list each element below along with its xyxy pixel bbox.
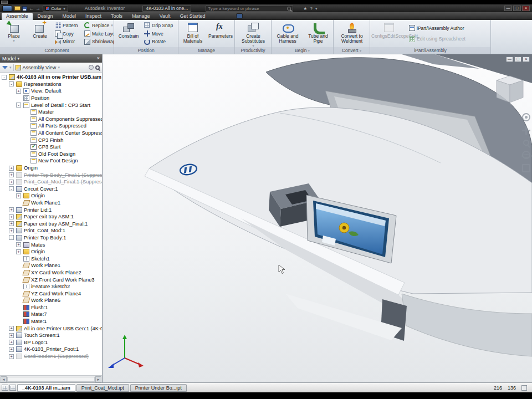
group-label-component[interactable]: Component — [0, 47, 114, 54]
create-substitutes-button[interactable]: Create Substitutes ▾ — [236, 21, 270, 47]
orbit-icon[interactable] — [522, 151, 530, 159]
close-button[interactable]: × — [522, 6, 530, 11]
rotate-button[interactable]: Rotate — [142, 38, 177, 45]
tree-item[interactable]: Touch Screen:1 — [0, 332, 102, 339]
tile-views-icon[interactable] — [2, 385, 8, 391]
favorites-icon[interactable]: ★ — [303, 6, 307, 11]
scrollbar-track[interactable] — [7, 377, 95, 382]
application-menu-button[interactable] — [2, 6, 12, 12]
tree-item[interactable]: Flush:1 — [0, 304, 102, 311]
mirror-button[interactable]: Mirror — [53, 38, 82, 45]
tree-item[interactable]: Paper exit tray ASM_Final:1 — [0, 220, 102, 227]
ribbon-tab[interactable]: Vault — [155, 13, 175, 20]
pattern-button[interactable]: Pattern — [53, 22, 82, 29]
chevron-down-icon[interactable]: ▾ — [18, 57, 20, 60]
group-label-productivity[interactable]: Productivity — [235, 47, 271, 54]
doc-close-button[interactable]: × — [523, 57, 530, 62]
tree-item[interactable]: 4K-0103_Printer_Foot:1 — [0, 346, 102, 353]
zoom-icon[interactable] — [523, 140, 529, 146]
expand-toggle-icon[interactable] — [9, 214, 14, 219]
tree-item[interactable]: Level of Detail : CP3 Start — [0, 101, 102, 109]
move-button[interactable]: Move — [142, 30, 177, 38]
expand-toggle-icon[interactable] — [9, 347, 14, 352]
scroll-left-icon[interactable]: ◂ — [1, 376, 7, 382]
expand-toggle-icon[interactable] — [9, 228, 14, 233]
tree-item[interactable]: 4K-0103 All in one Printer USB.iam (C — [0, 74, 102, 81]
expand-toggle-icon[interactable] — [16, 193, 21, 198]
navigation-wheel-icon[interactable] — [522, 113, 530, 121]
status-grid-icon[interactable] — [521, 385, 527, 391]
tree-item[interactable]: Printer Top Body:1 — [0, 234, 102, 242]
ribbon-tab[interactable]: Tools — [106, 13, 127, 20]
browser-horizontal-scrollbar[interactable]: ◂ ▸ — [0, 375, 102, 382]
parameters-button[interactable]: Parameters — [207, 21, 234, 47]
doc-minimize-button[interactable]: — — [506, 57, 513, 62]
expand-toggle-icon[interactable] — [16, 103, 21, 108]
tree-item[interactable]: Mates — [0, 241, 102, 248]
create-button[interactable]: Create — [27, 21, 53, 47]
copy-button[interactable]: Copy — [53, 30, 82, 38]
ribbon-tab[interactable]: Get Started — [175, 13, 209, 20]
pan-icon[interactable] — [522, 126, 530, 135]
minimize-button[interactable]: — — [504, 6, 512, 11]
expand-toggle-icon[interactable] — [9, 340, 14, 345]
ribbon-tab[interactable]: Assemble — [2, 13, 33, 20]
redo-icon[interactable]: → — [35, 6, 40, 11]
tree-item[interactable]: Master — [0, 109, 102, 116]
chevron-down-icon[interactable]: ▾ — [58, 65, 60, 69]
document-tab[interactable]: _4K-0103 All in...iam — [17, 384, 75, 392]
tree-item[interactable]: YZ Card Work Plane4 — [0, 290, 102, 297]
group-label-manage[interactable]: Manage — [178, 47, 234, 54]
tree-item[interactable]: iFeature Sketch2 — [0, 283, 102, 290]
tree-item[interactable]: All Parts Suppressed — [0, 122, 102, 130]
expand-toggle-icon[interactable] — [9, 81, 14, 86]
expand-toggle-icon[interactable] — [9, 186, 14, 191]
expand-toggle-icon[interactable] — [9, 172, 14, 177]
make-layout-button[interactable]: Make Layout — [83, 30, 114, 38]
grip-snap-button[interactable]: Grip Snap — [142, 22, 177, 29]
model-canvas[interactable] — [103, 54, 532, 382]
tab-options-icon[interactable] — [236, 13, 243, 19]
ribbon-tab[interactable]: Model — [58, 13, 81, 20]
pin-icon[interactable] — [89, 65, 94, 70]
ipart-iassembly-author-button[interactable]: iPart/iAssembly Author — [407, 24, 488, 32]
tree-item[interactable]: Circuit Cover:1 — [0, 186, 102, 193]
group-label-ipart-iassembly[interactable]: iPart/iAssembly — [370, 47, 490, 54]
ribbon-tab[interactable]: Manage — [127, 13, 155, 20]
help-icon[interactable]: ? — [310, 6, 312, 11]
ribbon-tab[interactable]: Design — [33, 13, 58, 20]
view-cube[interactable] — [497, 76, 523, 103]
constrain-button[interactable]: Constrain — [115, 21, 142, 47]
chevron-down-icon[interactable]: ▾ — [9, 65, 12, 69]
group-label-position[interactable]: Position — [114, 47, 178, 54]
close-icon[interactable]: × — [97, 56, 100, 61]
graphics-viewport[interactable]: — □ × — [103, 54, 532, 382]
group-label-begin[interactable]: Begin▾ — [272, 47, 333, 54]
restore-button[interactable]: □ — [513, 6, 521, 11]
tree-item[interactable]: Paper exit tray ASM:1 — [0, 213, 102, 221]
tree-item[interactable]: Work Plane5 — [0, 297, 102, 304]
expand-toggle-icon[interactable] — [9, 180, 14, 185]
search-icon[interactable] — [287, 7, 291, 11]
replace-button[interactable]: Replace▾ — [83, 22, 114, 29]
expand-toggle-icon[interactable] — [9, 235, 14, 240]
tree-item[interactable]: CardReader:1 (Suppressed) — [0, 353, 102, 360]
tree-item[interactable]: Representations — [0, 81, 102, 88]
tree-item[interactable]: Print_Coat_Mod:1 — [0, 227, 102, 234]
expand-toggle-icon[interactable] — [16, 89, 21, 94]
cable-and-harness-button[interactable]: Cable and Harness — [273, 21, 303, 47]
save-icon[interactable] — [22, 6, 27, 11]
expand-toggle-icon[interactable] — [9, 354, 14, 359]
document-tab[interactable]: Print_Coat_Mod.ipt — [76, 384, 129, 392]
tree-item[interactable]: All in one Printer USB Gen:1 (4K-0103) — [0, 325, 102, 332]
ribbon-tab[interactable]: Inspect — [81, 13, 106, 20]
tree-item[interactable]: CP3 Start — [0, 144, 102, 151]
expand-toggle-icon[interactable] — [9, 333, 14, 338]
expand-toggle-icon[interactable] — [9, 207, 14, 212]
shrinkwrap-button[interactable]: Shrinkwrap▾ — [83, 38, 114, 45]
tree-item[interactable]: Position — [0, 95, 102, 102]
tree-item[interactable]: BP Logo:1 — [0, 339, 102, 346]
tree-item[interactable]: CP3 Finish — [0, 136, 102, 144]
filter-icon[interactable] — [2, 66, 8, 69]
tree-item[interactable]: XZ Front Card Work Plane3 — [0, 276, 102, 283]
